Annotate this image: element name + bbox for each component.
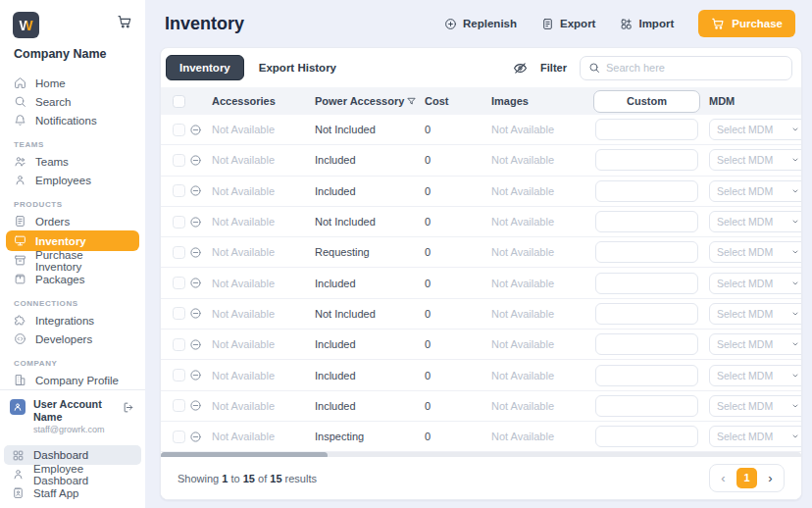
chevron-down-icon	[791, 187, 799, 195]
sidebar-item-label: Employee Dashboard	[33, 463, 133, 486]
sidebar-item-employee-dashboard[interactable]: Employee Dashboard	[4, 465, 141, 483]
mdm-select[interactable]: Select MDM	[709, 273, 801, 294]
sidebar-item-label: Integrations	[35, 315, 94, 327]
minus-circle-icon	[189, 216, 212, 229]
sidebar-item-integrations[interactable]: Integrations	[6, 311, 139, 330]
horizontal-scrollbar[interactable]	[161, 452, 801, 457]
mdm-select[interactable]: Select MDM	[709, 395, 801, 417]
card-toolbar: Inventory Export History Filter	[161, 48, 801, 87]
sidebar-item-teams[interactable]: Teams	[6, 152, 139, 171]
cost-value: 0	[425, 400, 491, 412]
sidebar-item-notifications[interactable]: Notifications	[6, 111, 139, 129]
row-checkbox[interactable]	[173, 184, 185, 197]
person-icon	[14, 174, 26, 186]
mdm-select[interactable]: Select MDM	[709, 426, 801, 447]
row-checkbox[interactable]	[173, 216, 185, 229]
eye-slash-icon[interactable]	[513, 61, 528, 76]
row-checkbox[interactable]	[173, 369, 185, 381]
chevron-down-icon	[791, 279, 799, 287]
cart-icon[interactable]	[117, 14, 132, 29]
next-page-button[interactable]: ›	[760, 468, 781, 488]
custom-input[interactable]	[595, 241, 698, 263]
export-button[interactable]: Export	[541, 18, 595, 30]
chevron-down-icon	[791, 248, 799, 256]
row-checkbox[interactable]	[173, 277, 185, 289]
filter-funnel-icon[interactable]	[406, 96, 417, 107]
row-checkbox[interactable]	[173, 399, 185, 412]
power-accessory-value: Included	[315, 278, 356, 289]
scrollbar-thumb[interactable]	[161, 452, 328, 457]
section-label-company: COMPANY	[6, 359, 139, 368]
custom-input[interactable]	[595, 273, 698, 294]
user-account[interactable]: User Account Name staff@growrk.com	[0, 398, 145, 435]
row-checkbox[interactable]	[173, 154, 185, 167]
accessories-value: Not Available	[212, 246, 315, 258]
select-all-checkbox[interactable]	[173, 95, 185, 108]
replenish-button[interactable]: Replenish	[444, 18, 517, 30]
section-label-connections: CONNECTIONS	[6, 299, 139, 308]
sidebar-item-label: Notifications	[35, 115, 97, 127]
custom-input[interactable]	[595, 149, 698, 171]
minus-circle-icon	[189, 124, 212, 136]
tab-inventory[interactable]: Inventory	[166, 55, 244, 80]
sidebar-item-company-profile[interactable]: Company Profile	[6, 371, 139, 389]
mdm-select[interactable]: Select MDM	[709, 365, 801, 386]
mdm-select[interactable]: Select MDM	[709, 211, 801, 232]
mdm-select[interactable]: Select MDM	[709, 303, 801, 325]
cost-value: 0	[425, 124, 491, 135]
search-box[interactable]	[580, 56, 792, 80]
import-button[interactable]: Import	[620, 18, 674, 30]
custom-input[interactable]	[595, 426, 698, 447]
mdm-select-value: Select MDM	[717, 246, 773, 258]
column-accessories: Accessories	[212, 95, 315, 107]
custom-input[interactable]	[595, 180, 698, 202]
custom-input[interactable]	[595, 303, 698, 325]
prev-page-button[interactable]: ‹	[713, 468, 734, 488]
cost-value: 0	[425, 246, 491, 258]
user-meta: User Account Name staff@growrk.com	[33, 398, 115, 435]
sidebar-item-developers[interactable]: Developers	[6, 330, 139, 348]
cost-value: 0	[425, 338, 491, 350]
purchase-button[interactable]: Purchase	[698, 10, 795, 37]
power-accessory-value: Included	[315, 185, 356, 197]
sidebar-item-search[interactable]: Search	[6, 92, 139, 111]
mdm-select-value: Select MDM	[717, 338, 773, 350]
sidebar-item-label: Packages	[35, 274, 85, 285]
sidebar-item-staff-app[interactable]: Staff App	[4, 483, 141, 502]
page-1-button[interactable]: 1	[736, 468, 757, 488]
column-custom[interactable]: Custom	[593, 90, 700, 113]
sidebar-item-orders[interactable]: Orders	[6, 212, 139, 230]
footer-nav: Dashboard Employee Dashboard Staff App	[0, 445, 145, 502]
mdm-select[interactable]: Select MDM	[709, 119, 801, 140]
sidebar-item-home[interactable]: Home	[6, 74, 139, 92]
accessories-value: Not Available	[212, 154, 315, 166]
logout-icon[interactable]	[123, 401, 135, 414]
search-input[interactable]	[606, 62, 784, 74]
row-checkbox[interactable]	[173, 338, 185, 351]
custom-input[interactable]	[595, 119, 698, 140]
filter-label[interactable]: Filter	[540, 62, 567, 74]
mdm-select-value: Select MDM	[717, 216, 773, 228]
sidebar-item-purchase-inventory[interactable]: Purchase Inventory	[6, 251, 139, 270]
mdm-select[interactable]: Select MDM	[709, 241, 801, 263]
mdm-select[interactable]: Select MDM	[709, 333, 801, 355]
sidebar-item-employees[interactable]: Employees	[6, 171, 139, 189]
row-checkbox[interactable]	[173, 124, 185, 136]
cost-value: 0	[425, 216, 491, 228]
sidebar-item-packages[interactable]: Packages	[6, 270, 139, 288]
mdm-select-value: Select MDM	[717, 431, 773, 442]
mdm-select[interactable]: Select MDM	[709, 180, 801, 202]
custom-input[interactable]	[595, 211, 698, 232]
company-logo[interactable]: W	[13, 12, 39, 38]
custom-input[interactable]	[595, 333, 698, 355]
monitor-icon	[14, 234, 26, 247]
mdm-select-value: Select MDM	[717, 308, 773, 320]
row-checkbox[interactable]	[173, 246, 185, 259]
custom-input[interactable]	[595, 395, 698, 417]
custom-input[interactable]	[595, 365, 698, 386]
row-checkbox[interactable]	[173, 431, 185, 443]
minus-circle-icon	[189, 338, 212, 351]
tab-export-history[interactable]: Export History	[244, 56, 351, 79]
mdm-select[interactable]: Select MDM	[709, 149, 801, 171]
row-checkbox[interactable]	[173, 307, 185, 320]
